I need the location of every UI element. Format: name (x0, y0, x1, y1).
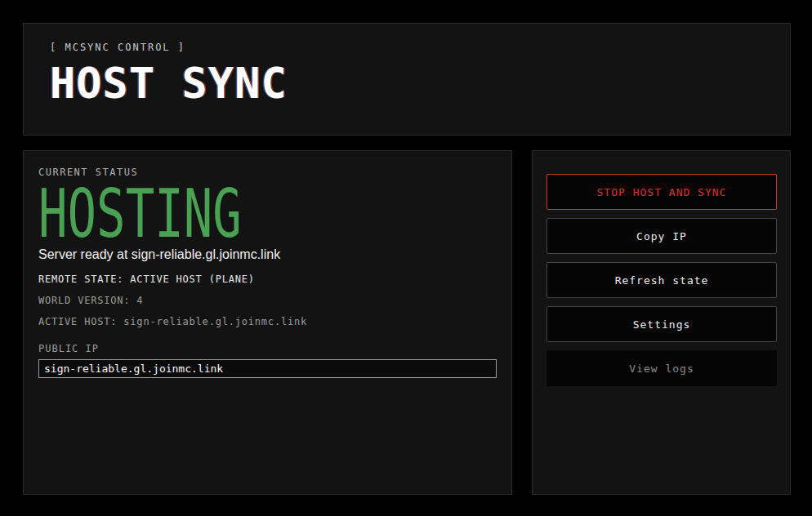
status-state-wrapper: HOSTING (38, 178, 497, 242)
status-details: REMOTE STATE: ACTIVE HOST (PLANE) WORLD … (38, 274, 497, 327)
public-ip-label: PUBLIC IP (38, 343, 497, 354)
status-state-text: HOSTING (38, 186, 242, 242)
settings-button[interactable]: Settings (547, 306, 777, 342)
detail-remote-state: REMOTE STATE: ACTIVE HOST (PLANE) (38, 274, 497, 285)
copy-ip-button[interactable]: Copy IP (547, 218, 777, 254)
actions-panel: STOP HOST AND SYNC Copy IP Refresh state… (532, 150, 791, 495)
detail-active-host: ACTIVE HOST: sign-reliable.gl.joinmc.lin… (38, 316, 497, 327)
page: [ MCSYNC CONTROL ] HOST SYNC CURRENT STA… (0, 0, 812, 495)
header-panel: [ MCSYNC CONTROL ] HOST SYNC (23, 23, 791, 136)
refresh-state-button[interactable]: Refresh state (547, 262, 777, 298)
detail-world-version: WORLD VERSION: 4 (38, 295, 497, 306)
status-panel: CURRENT STATUS HOSTING Server ready at s… (23, 150, 512, 495)
content-row: CURRENT STATUS HOSTING Server ready at s… (23, 150, 791, 495)
view-logs-button[interactable]: View logs (547, 350, 777, 386)
public-ip-input[interactable] (38, 359, 497, 378)
app-eyebrow: [ MCSYNC CONTROL ] (50, 42, 790, 53)
stop-host-and-sync-button[interactable]: STOP HOST AND SYNC (547, 174, 777, 210)
page-title: HOST SYNC (50, 60, 790, 107)
